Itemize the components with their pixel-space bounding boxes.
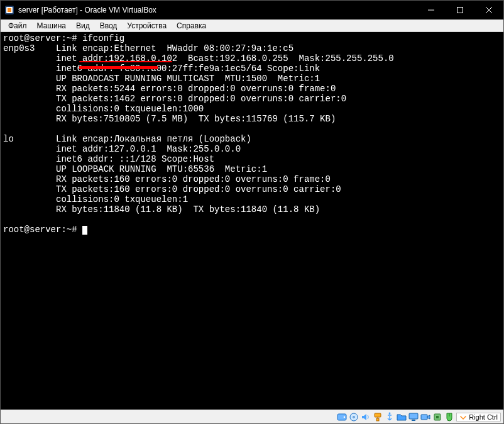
terminal-line: lo Link encap:Локальная петля (Loopback) — [3, 134, 251, 144]
svg-rect-16 — [412, 420, 415, 421]
terminal-line: root@server:~# ifconfig — [3, 33, 124, 43]
highlight-underline — [79, 61, 172, 62]
maximize-button[interactable] — [446, 1, 474, 20]
terminal-line: collisions:0 txqueuelen:1 — [3, 194, 188, 204]
svg-point-8 — [344, 416, 346, 418]
vm-window: server [Работает] - Oracle VM VirtualBox… — [0, 0, 504, 424]
mouse-integration-icon[interactable] — [444, 412, 454, 422]
close-button[interactable] — [474, 1, 503, 20]
statusbar: Right Ctrl — [1, 410, 503, 423]
terminal[interactable]: root@server:~# ifconfig enp0s3 Link enca… — [1, 32, 503, 410]
window-title: server [Работает] - Oracle VM VirtualBox — [18, 6, 417, 14]
menu-help[interactable]: Справка — [172, 20, 211, 31]
highlight-underline — [79, 66, 158, 69]
svg-rect-12 — [376, 418, 379, 421]
hard-disk-icon[interactable] — [337, 412, 347, 422]
cursor — [82, 226, 87, 235]
terminal-line: RX bytes:7510805 (7.5 MB) TX bytes:11576… — [3, 114, 336, 124]
terminal-line: collisions:0 txqueuelen:1000 — [3, 104, 204, 114]
cpu-icon[interactable] — [432, 412, 442, 422]
svg-rect-19 — [436, 416, 439, 418]
menu-devices[interactable]: Устройства — [122, 20, 172, 31]
titlebar[interactable]: server [Работает] - Oracle VM VirtualBox — [1, 1, 503, 20]
optical-disk-icon[interactable] — [349, 412, 359, 422]
svg-rect-15 — [409, 413, 418, 419]
menu-input[interactable]: Ввод — [95, 20, 123, 31]
svg-rect-4 — [457, 8, 463, 13]
virtualbox-icon — [4, 5, 14, 15]
menu-view[interactable]: Вид — [71, 20, 95, 31]
shared-folder-icon[interactable] — [397, 412, 407, 422]
terminal-prompt: root@server:~# — [3, 225, 82, 235]
svg-point-10 — [353, 416, 355, 418]
recording-icon[interactable] — [420, 412, 430, 422]
terminal-line: inet6 addr: fe80::a00:27ff:fe9a:1ec5/64 … — [3, 64, 320, 74]
network-icon[interactable] — [373, 412, 383, 422]
svg-point-14 — [389, 412, 391, 414]
terminal-line: inet6 addr: ::1/128 Scope:Host — [3, 154, 214, 164]
minimize-button[interactable] — [417, 1, 446, 20]
host-key-label: Right Ctrl — [469, 413, 498, 421]
menubar: Файл Машина Вид Ввод Устройства Справка — [1, 20, 503, 32]
display-icon[interactable] — [408, 412, 419, 422]
terminal-line: TX packets:160 errors:0 dropped:0 overru… — [3, 184, 341, 194]
terminal-line: RX packets:160 errors:0 dropped:0 overru… — [3, 174, 331, 184]
svg-rect-17 — [421, 415, 427, 420]
terminal-line: UP LOOPBACK RUNNING MTU:65536 Metric:1 — [3, 164, 267, 174]
host-key-indicator[interactable]: Right Ctrl — [456, 413, 501, 421]
audio-icon[interactable] — [361, 412, 371, 422]
svg-rect-2 — [8, 8, 11, 12]
terminal-line: UP BROADCAST RUNNING MULTICAST MTU:1500 … — [3, 74, 320, 84]
svg-rect-11 — [375, 413, 381, 417]
terminal-line: inet addr:127.0.0.1 Mask:255.0.0.0 — [3, 144, 241, 154]
menu-machine[interactable]: Машина — [32, 20, 71, 31]
usb-icon[interactable] — [385, 412, 395, 422]
terminal-line: enp0s3 Link encap:Ethernet HWaddr 08:00:… — [3, 43, 293, 53]
menu-file[interactable]: Файл — [3, 20, 32, 31]
terminal-line: inet addr:192.168.0.102 Bcast:192.168.0.… — [3, 53, 394, 64]
terminal-line: TX packets:1462 errors:0 dropped:0 overr… — [3, 94, 346, 104]
terminal-line: RX packets:5244 errors:0 dropped:0 overr… — [3, 84, 336, 94]
terminal-line: RX bytes:11840 (11.8 KB) TX bytes:11840 … — [3, 204, 320, 215]
